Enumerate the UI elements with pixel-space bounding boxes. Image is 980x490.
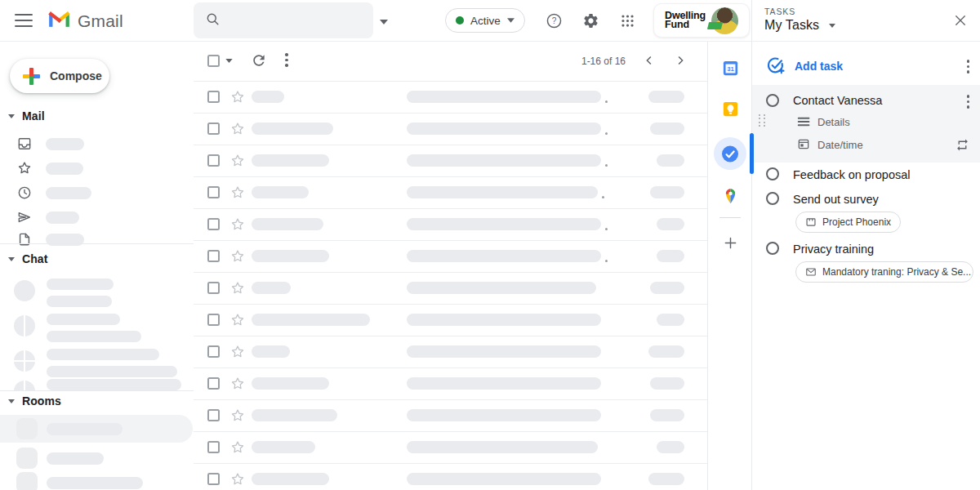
task-item-selected[interactable]: Contact Vanessa Details Date/time — [752, 85, 980, 163]
star-icon[interactable] — [229, 121, 246, 137]
task-item[interactable]: Privacy training — [752, 241, 980, 264]
row-checkbox[interactable] — [207, 314, 220, 326]
add-task-button[interactable]: Add task — [752, 51, 980, 82]
star-icon[interactable] — [229, 471, 246, 488]
row-checkbox[interactable] — [207, 154, 220, 167]
star-icon[interactable] — [229, 216, 246, 233]
task-list-selector[interactable]: My Tasks — [764, 18, 835, 33]
search-icon — [205, 11, 220, 30]
more-options-icon[interactable] — [285, 53, 288, 67]
star-icon[interactable] — [229, 439, 246, 456]
search-options-caret-icon[interactable] — [380, 13, 388, 28]
subject-placeholder — [407, 441, 598, 453]
calendar-app-icon[interactable]: 31 — [720, 58, 740, 78]
task-link-chip[interactable]: Mandatory traning: Privacy & Se... — [795, 261, 973, 283]
date-placeholder — [648, 345, 684, 358]
refresh-icon[interactable] — [251, 52, 267, 69]
email-row[interactable] — [194, 114, 707, 145]
task-datetime-field[interactable]: Date/time — [817, 139, 863, 151]
drag-handle-icon[interactable] — [758, 114, 766, 127]
task-complete-circle[interactable] — [766, 242, 779, 255]
email-row[interactable] — [194, 368, 707, 400]
newer-page-chevron-icon[interactable] — [642, 53, 657, 68]
task-more-options-icon[interactable] — [967, 95, 970, 109]
task-complete-circle[interactable] — [766, 167, 779, 180]
sidebar-chat-item[interactable] — [0, 349, 194, 381]
email-row[interactable] — [194, 400, 707, 432]
star-icon[interactable] — [229, 248, 246, 265]
room-avatar — [16, 418, 38, 439]
row-checkbox[interactable] — [207, 441, 220, 453]
sidebar-room-item[interactable] — [0, 469, 193, 490]
row-checkbox[interactable] — [207, 377, 220, 390]
close-icon[interactable] — [953, 13, 968, 28]
gmail-logo[interactable]: Gmail — [47, 10, 123, 32]
row-checkbox[interactable] — [207, 282, 220, 294]
help-icon[interactable]: ? — [544, 11, 564, 30]
tasks-kicker: TASKS — [764, 7, 795, 16]
task-item[interactable]: Feedback on proposal — [752, 167, 980, 189]
search-bar[interactable] — [194, 2, 373, 38]
task-complete-circle[interactable] — [766, 192, 779, 205]
star-icon[interactable] — [229, 376, 246, 392]
row-checkbox[interactable] — [207, 250, 220, 262]
get-addons-plus-icon[interactable] — [720, 233, 740, 252]
chat-placeholder — [47, 366, 177, 377]
star-icon[interactable] — [229, 312, 246, 328]
workspace-account-card[interactable]: Dwelling Fund — [653, 3, 750, 38]
sidebar-chat-item[interactable] — [0, 379, 194, 390]
email-row[interactable] — [194, 305, 707, 336]
email-row[interactable] — [194, 145, 707, 177]
star-icon[interactable] — [229, 408, 246, 424]
star-icon[interactable] — [229, 344, 246, 360]
star-icon[interactable] — [229, 89, 246, 105]
active-app-indicator — [750, 133, 754, 174]
select-caret-icon[interactable] — [225, 59, 233, 63]
svg-text:?: ? — [551, 16, 556, 25]
search-input[interactable] — [229, 13, 380, 28]
row-checkbox[interactable] — [207, 409, 220, 421]
repeat-icon[interactable] — [956, 138, 969, 155]
sidebar-chat-item[interactable] — [0, 314, 194, 346]
settings-gear-icon[interactable] — [581, 11, 600, 30]
email-row[interactable] — [194, 177, 707, 209]
tasks-app-icon[interactable] — [720, 144, 740, 163]
menu-icon[interactable] — [15, 14, 33, 27]
task-details-field[interactable]: Details — [817, 116, 850, 128]
sidebar-chat-item[interactable] — [0, 278, 194, 311]
row-checkbox[interactable] — [207, 91, 220, 103]
sidebar-room-item[interactable] — [0, 444, 193, 472]
keep-app-icon[interactable] — [720, 99, 740, 118]
avatar[interactable] — [711, 7, 738, 34]
chevron-down-icon — [829, 24, 835, 28]
rooms-section-toggle[interactable]: Rooms — [8, 394, 61, 408]
date-placeholder — [650, 377, 684, 390]
email-row[interactable] — [194, 273, 707, 305]
email-row[interactable] — [194, 432, 707, 464]
select-all-checkbox[interactable] — [207, 55, 220, 67]
row-checkbox[interactable] — [207, 473, 220, 485]
task-item[interactable]: Send out survey — [752, 191, 980, 214]
star-icon[interactable] — [229, 153, 246, 169]
email-row[interactable] — [194, 82, 707, 114]
email-row[interactable] — [194, 241, 707, 273]
sidebar-room-item[interactable] — [0, 415, 193, 443]
apps-grid-icon[interactable] — [617, 11, 637, 30]
email-row[interactable] — [194, 464, 707, 490]
row-checkbox[interactable] — [207, 186, 220, 198]
row-checkbox[interactable] — [207, 122, 220, 135]
date-placeholder — [648, 91, 684, 103]
tasks-more-options-icon[interactable] — [967, 60, 970, 74]
older-page-chevron-icon[interactable] — [673, 53, 688, 68]
maps-app-icon[interactable] — [720, 186, 740, 206]
task-link-chip[interactable]: Project Phoenix — [795, 212, 901, 233]
task-complete-circle[interactable] — [766, 94, 779, 107]
availability-status-selector[interactable]: Active — [445, 8, 525, 33]
email-row[interactable] — [194, 209, 707, 241]
email-row[interactable] — [194, 336, 707, 368]
star-icon[interactable] — [229, 280, 246, 296]
companion-app-strip: 31 — [707, 41, 751, 490]
row-checkbox[interactable] — [207, 345, 220, 358]
row-checkbox[interactable] — [207, 218, 220, 230]
star-icon[interactable] — [229, 185, 246, 201]
